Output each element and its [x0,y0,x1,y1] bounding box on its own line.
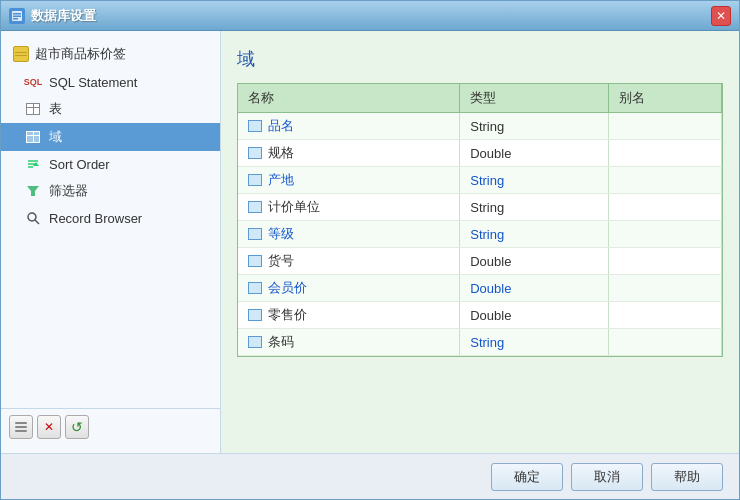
field-name: 产地 [268,171,294,189]
app-icon [9,8,25,24]
cell-alias [609,248,722,275]
sidebar-header: 超市商品标价签 [1,39,220,69]
svg-rect-4 [15,49,27,59]
sort-icon [25,156,41,172]
main-window: 数据库设置 ✕ 超市商品标价签 SQL [0,0,740,500]
svg-rect-3 [13,18,18,20]
sidebar-item-sql-label: SQL Statement [49,75,137,90]
cell-name: 产地 [238,167,460,194]
row-icon [248,147,262,159]
cell-name: 会员价 [238,275,460,302]
sidebar-item-sort[interactable]: Sort Order [1,151,220,177]
table-row[interactable]: 等级String [238,221,722,248]
cell-type: String [460,329,609,356]
svg-marker-11 [27,186,39,196]
table-row[interactable]: 计价单位String [238,194,722,221]
cell-name: 货号 [238,248,460,275]
cell-alias [609,194,722,221]
sidebar-item-filter[interactable]: 筛选器 [1,177,220,205]
svg-rect-15 [15,426,27,428]
row-icon [248,174,262,186]
cell-type: Double [460,302,609,329]
titlebar: 数据库设置 ✕ [1,1,739,31]
refresh-button[interactable]: ↺ [65,415,89,439]
sidebar-item-field-label: 域 [49,128,62,146]
cell-name: 规格 [238,140,460,167]
row-icon [248,120,262,132]
close-button[interactable]: ✕ [711,6,731,26]
field-name: 会员价 [268,279,307,297]
svg-rect-14 [15,422,27,424]
sidebar-header-label: 超市商品标价签 [35,45,126,63]
col-alias: 别名 [609,84,722,113]
section-title: 域 [237,47,723,71]
sql-icon: SQL [25,74,41,90]
svg-rect-16 [15,430,27,432]
cell-name: 零售价 [238,302,460,329]
cell-alias [609,329,722,356]
cell-type: String [460,113,609,140]
field-name: 规格 [268,144,294,162]
field-name: 品名 [268,117,294,135]
table-row[interactable]: 品名String [238,113,722,140]
table-row[interactable]: 零售价Double [238,302,722,329]
row-icon [248,255,262,267]
sidebar-item-table-label: 表 [49,100,62,118]
row-icon [248,336,262,348]
window-title: 数据库设置 [31,7,96,25]
sidebar-item-filter-label: 筛选器 [49,182,88,200]
field-name: 零售价 [268,306,307,324]
row-icon [248,201,262,213]
header-icon [13,46,29,62]
sidebar-item-sql[interactable]: SQL SQL Statement [1,69,220,95]
table-header-row: 名称 类型 别名 [238,84,722,113]
field-name: 货号 [268,252,294,270]
cell-type: Double [460,248,609,275]
cell-type: Double [460,140,609,167]
fields-table-container: 名称 类型 别名 品名String规格Double产地String计价单位Str… [237,83,723,357]
cell-alias [609,140,722,167]
sidebar-item-table[interactable]: 表 [1,95,220,123]
col-type: 类型 [460,84,609,113]
confirm-button[interactable]: 确定 [491,463,563,491]
table-row[interactable]: 会员价Double [238,275,722,302]
table-row[interactable]: 规格Double [238,140,722,167]
help-button[interactable]: 帮助 [651,463,723,491]
svg-rect-2 [13,15,21,17]
table-row[interactable]: 条码String [238,329,722,356]
sidebar-item-sort-label: Sort Order [49,157,110,172]
cell-alias [609,275,722,302]
table-row[interactable]: 产地String [238,167,722,194]
field-name: 条码 [268,333,294,351]
cell-name: 等级 [238,221,460,248]
add-button[interactable] [9,415,33,439]
cell-name: 计价单位 [238,194,460,221]
sidebar-item-browser[interactable]: Record Browser [1,205,220,231]
field-icon [25,129,41,145]
cell-alias [609,167,722,194]
row-icon [248,282,262,294]
col-name: 名称 [238,84,460,113]
cancel-button[interactable]: 取消 [571,463,643,491]
cell-alias [609,113,722,140]
browse-icon [25,210,41,226]
sidebar-item-field[interactable]: 域 [1,123,220,151]
content-area: 超市商品标价签 SQL SQL Statement 表 [1,31,739,453]
row-icon [248,228,262,240]
cell-name: 品名 [238,113,460,140]
svg-rect-5 [15,52,27,53]
field-name: 计价单位 [268,198,320,216]
main-content: 域 名称 类型 别名 品名String规格Double产地String计价单位S… [221,31,739,453]
svg-rect-6 [15,55,27,56]
titlebar-left: 数据库设置 [9,7,96,25]
cell-type: String [460,194,609,221]
fields-table: 名称 类型 别名 品名String规格Double产地String计价单位Str… [238,84,722,356]
table-row[interactable]: 货号Double [238,248,722,275]
cell-alias [609,302,722,329]
delete-button[interactable]: ✕ [37,415,61,439]
sidebar: 超市商品标价签 SQL SQL Statement 表 [1,31,221,453]
bottom-bar: 确定 取消 帮助 [1,453,739,499]
table-icon [25,101,41,117]
sidebar-item-browser-label: Record Browser [49,211,142,226]
field-name: 等级 [268,225,294,243]
